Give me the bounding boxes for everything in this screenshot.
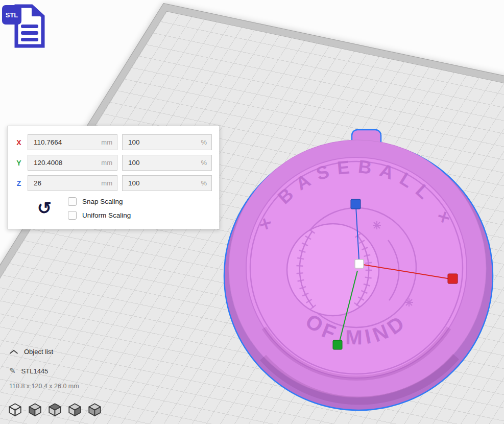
scale-y-mm-field: mm [28, 155, 117, 171]
stl-file-logo: STL [2, 2, 49, 49]
scale-row-y: Y mm % [15, 155, 212, 171]
chevron-up-icon [9, 349, 18, 355]
camera-view-toolbar [8, 403, 102, 416]
scale-x-mm-field: mm [28, 134, 117, 150]
unit-label: % [201, 138, 207, 146]
scale-row-z: Z mm % [15, 175, 212, 191]
object-list-item[interactable]: ✎ STL1445 [9, 366, 48, 375]
scale-extras: ↺ Snap Scaling Uniform Scaling [15, 197, 212, 220]
baseball-icon [287, 224, 379, 316]
axis-y-label: Y [15, 159, 23, 167]
view-left-icon[interactable] [68, 403, 82, 416]
scale-tool-panel: X mm % Y mm % Z mm [7, 126, 220, 229]
snap-scaling-checkbox[interactable] [68, 197, 77, 206]
stl-badge: STL [2, 5, 21, 25]
view-front-icon[interactable] [28, 403, 42, 416]
object-list-label: Object list [24, 348, 53, 356]
pencil-icon: ✎ [9, 366, 16, 375]
object-list-toggle[interactable]: Object list [9, 348, 53, 356]
scale-y-mm-input[interactable] [33, 158, 99, 167]
unit-label: % [201, 179, 207, 187]
reset-scale-icon[interactable]: ↺ [32, 197, 57, 219]
snap-scaling-option[interactable]: Snap Scaling [68, 197, 131, 206]
uniform-scaling-option[interactable]: Uniform Scaling [68, 211, 131, 220]
scale-x-percent-field: % [122, 134, 212, 150]
view-right-icon[interactable] [88, 403, 102, 416]
model-baseball-mold[interactable]: × BASEBALL × OF MIND [224, 130, 493, 410]
scale-y-percent-input[interactable] [127, 158, 199, 167]
decor-star-icon [373, 221, 381, 229]
gizmo-x-handle[interactable] [448, 274, 458, 284]
unit-label: mm [101, 159, 112, 167]
gizmo-center-handle[interactable] [355, 260, 364, 268]
view-top-icon[interactable] [48, 403, 62, 416]
gizmo-y-handle[interactable] [333, 340, 342, 349]
scale-x-percent-input[interactable] [127, 138, 199, 147]
scale-row-x: X mm % [15, 134, 212, 150]
axis-x-label: X [15, 138, 23, 147]
object-name-label: STL1445 [21, 367, 49, 375]
cura-viewport: × BASEBALL × OF MIND STL [0, 0, 504, 424]
unit-label: % [201, 159, 207, 167]
uniform-scaling-label: Uniform Scaling [82, 211, 131, 219]
view-perspective-icon[interactable] [8, 403, 22, 416]
decor-star-icon [405, 298, 413, 307]
unit-label: mm [101, 179, 112, 187]
scale-z-percent-input[interactable] [127, 179, 199, 187]
scale-z-percent-field: % [122, 175, 212, 191]
scale-z-mm-field: mm [28, 175, 117, 191]
gizmo-z-handle[interactable] [351, 199, 361, 209]
scale-y-percent-field: % [122, 155, 212, 171]
uniform-scaling-checkbox[interactable] [68, 211, 77, 220]
model-dimensions-label: 110.8 x 120.4 x 26.0 mm [9, 383, 79, 390]
scale-x-mm-input[interactable] [33, 138, 99, 147]
scale-z-mm-input[interactable] [33, 179, 99, 187]
snap-scaling-label: Snap Scaling [82, 198, 123, 205]
axis-z-label: Z [15, 179, 23, 187]
unit-label: mm [101, 138, 112, 146]
